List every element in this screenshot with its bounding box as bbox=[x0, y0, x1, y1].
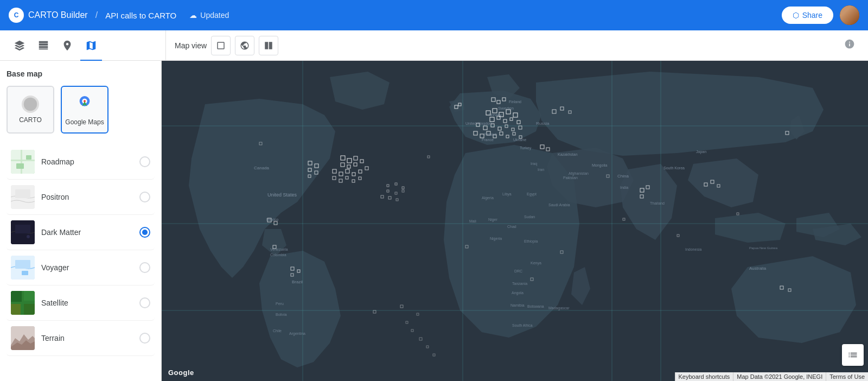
svg-rect-19 bbox=[11, 291, 22, 302]
logo-text: C bbox=[14, 11, 19, 19]
svg-rect-22 bbox=[24, 291, 35, 301]
user-avatar[interactable] bbox=[840, 5, 859, 25]
svg-text:Australia: Australia bbox=[749, 266, 767, 271]
svg-text:Papua New Guinea: Papua New Guinea bbox=[749, 246, 778, 250]
svg-rect-8 bbox=[16, 163, 24, 169]
satellite-radio[interactable] bbox=[139, 297, 150, 308]
terrain-thumb bbox=[11, 326, 35, 350]
svg-rect-9 bbox=[26, 155, 31, 160]
terrain-radio[interactable] bbox=[139, 333, 150, 344]
darkmatter-thumb bbox=[11, 220, 35, 244]
avatar-image bbox=[840, 5, 859, 25]
svg-rect-21 bbox=[11, 304, 21, 315]
map-data-attr: Map Data ©2021 Google, INEGI bbox=[733, 372, 826, 381]
svg-text:Kazakhstan: Kazakhstan bbox=[558, 153, 578, 156]
svg-text:Madagascar: Madagascar bbox=[548, 306, 570, 310]
radio-selected-dot bbox=[142, 230, 148, 235]
roadmap-radio[interactable] bbox=[139, 156, 150, 167]
svg-text:Norway: Norway bbox=[489, 113, 502, 117]
svg-text:Sudan: Sudan bbox=[524, 215, 535, 219]
svg-text:Saudi Arabia: Saudi Arabia bbox=[548, 203, 570, 207]
map-attribution-bar: Keyboard shortcuts Map Data ©2021 Google… bbox=[675, 372, 869, 381]
svg-point-0 bbox=[24, 98, 37, 111]
svg-rect-20 bbox=[24, 304, 35, 315]
basemap-terrain[interactable]: Terrain bbox=[7, 321, 155, 356]
app-name: CARTO Builder bbox=[28, 10, 88, 20]
satellite-thumb bbox=[11, 291, 35, 315]
positron-radio[interactable] bbox=[139, 192, 150, 202]
basemap-list: Roadmap Positron bbox=[7, 144, 155, 356]
project-name[interactable]: API calls to CARTO bbox=[105, 11, 176, 20]
left-toolbar-icons bbox=[4, 30, 166, 61]
svg-text:Mexico: Mexico bbox=[266, 218, 278, 221]
share-button[interactable]: ⬡ Share bbox=[782, 7, 833, 24]
basemap-dark-matter[interactable]: Dark Matter bbox=[7, 215, 155, 250]
basemap-positron[interactable]: Positron bbox=[7, 180, 155, 215]
split-view-button[interactable] bbox=[259, 36, 278, 55]
svg-text:Poland: Poland bbox=[484, 132, 496, 136]
svg-text:Tanzania: Tanzania bbox=[512, 282, 527, 285]
keyboard-shortcuts[interactable]: Keyboard shortcuts bbox=[675, 372, 733, 381]
header-right: ⬡ Share bbox=[782, 5, 859, 25]
svg-text:Namibia: Namibia bbox=[510, 303, 525, 307]
svg-text:Kenya: Kenya bbox=[531, 261, 541, 265]
google-maps-logo bbox=[76, 94, 93, 115]
carto-label: CARTO bbox=[19, 116, 42, 124]
svg-text:South Africa: South Africa bbox=[512, 323, 533, 327]
svg-point-4 bbox=[84, 100, 86, 102]
darkmatter-label: Dark Matter bbox=[41, 228, 133, 237]
svg-text:Japan: Japan bbox=[696, 150, 706, 154]
svg-text:Canada: Canada bbox=[254, 166, 270, 170]
header-left: C CARTO Builder / API calls to CARTO ☁ U… bbox=[9, 8, 782, 23]
svg-text:South Korea: South Korea bbox=[663, 166, 685, 170]
svg-text:Egypt: Egypt bbox=[527, 192, 537, 196]
svg-rect-7 bbox=[21, 150, 22, 174]
svg-text:France: France bbox=[482, 138, 494, 142]
svg-text:Afghanistan: Afghanistan bbox=[569, 172, 589, 176]
darkmatter-radio[interactable] bbox=[139, 227, 150, 238]
svg-text:United Kingdom: United Kingdom bbox=[465, 122, 493, 126]
basemap-satellite[interactable]: Satellite bbox=[7, 285, 155, 321]
2d-view-button[interactable] bbox=[211, 36, 231, 55]
cloud-icon: ☁ bbox=[189, 11, 197, 20]
basemap-roadmap[interactable]: Roadmap bbox=[7, 144, 155, 180]
svg-text:Botswana: Botswana bbox=[527, 304, 544, 308]
terms-of-use[interactable]: Terms of Use bbox=[826, 372, 868, 381]
svg-text:Iran: Iran bbox=[538, 168, 544, 172]
header: C CARTO Builder / API calls to CARTO ☁ U… bbox=[0, 0, 868, 30]
right-toolbar: Map view bbox=[166, 36, 864, 55]
svg-text:Thailand: Thailand bbox=[650, 201, 665, 205]
map-list-button[interactable] bbox=[842, 344, 864, 366]
svg-rect-11 bbox=[15, 189, 30, 198]
layers-button[interactable] bbox=[9, 35, 30, 56]
terrain-label: Terrain bbox=[41, 334, 133, 342]
svg-rect-6 bbox=[11, 160, 35, 161]
svg-point-14 bbox=[27, 235, 30, 238]
google-maps-label: Google Maps bbox=[65, 118, 104, 126]
info-button[interactable] bbox=[844, 39, 855, 52]
positron-thumb bbox=[11, 185, 35, 209]
share-label: Share bbox=[802, 11, 822, 20]
svg-text:Sweden: Sweden bbox=[498, 106, 514, 111]
logo-circle[interactable]: C bbox=[9, 8, 24, 23]
save-status: ☁ Updated bbox=[189, 11, 229, 20]
svg-text:Iraq: Iraq bbox=[531, 162, 537, 166]
voyager-thumb bbox=[11, 256, 35, 280]
data-button[interactable] bbox=[33, 35, 54, 56]
svg-text:Venezuela: Venezuela bbox=[270, 247, 288, 251]
basemap-voyager[interactable]: Voyager bbox=[7, 250, 155, 285]
svg-text:Chile: Chile bbox=[273, 329, 282, 333]
carto-provider-card[interactable]: CARTO bbox=[7, 86, 54, 134]
svg-text:Angola: Angola bbox=[512, 291, 524, 295]
map-area[interactable]: United States Canada Mexico Brazil Colom… bbox=[162, 61, 868, 381]
voyager-radio[interactable] bbox=[139, 262, 150, 273]
svg-rect-13 bbox=[15, 225, 30, 233]
basemap-button[interactable] bbox=[80, 35, 102, 56]
google-maps-provider-card[interactable]: Google Maps bbox=[61, 86, 108, 134]
svg-text:Colombia: Colombia bbox=[270, 253, 286, 257]
widgets-button[interactable] bbox=[56, 35, 78, 56]
svg-text:Finland: Finland bbox=[509, 100, 521, 104]
globe-view-button[interactable] bbox=[235, 36, 254, 55]
svg-text:China: China bbox=[617, 174, 629, 179]
share-icon: ⬡ bbox=[793, 11, 799, 20]
